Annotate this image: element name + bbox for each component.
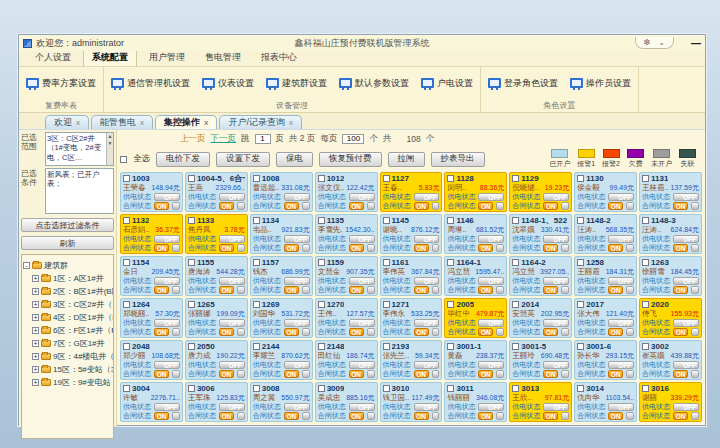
card-checkbox[interactable] <box>188 175 195 182</box>
gate-status-toggle[interactable] <box>432 412 440 420</box>
gate-status-toggle[interactable] <box>367 286 375 294</box>
select-all-checkbox[interactable] <box>120 156 127 163</box>
supply-status-toggle[interactable]: OFF <box>673 235 699 243</box>
gate-status-toggle[interactable] <box>302 328 310 336</box>
tab-close-icon[interactable]: x <box>289 118 293 127</box>
toolbar-button-5[interactable]: 拉闸 <box>388 152 425 167</box>
card-checkbox[interactable] <box>447 385 454 392</box>
supply-status-toggle[interactable]: OFF <box>349 319 375 327</box>
supply-status-toggle[interactable]: OFF <box>219 235 245 243</box>
gate-status-toggle[interactable] <box>367 370 375 378</box>
gate-on-button[interactable]: ON <box>673 370 688 378</box>
gate-status-toggle[interactable] <box>237 370 245 378</box>
gate-status-toggle[interactable] <box>691 244 699 252</box>
gate-on-button[interactable]: ON <box>219 244 234 252</box>
gate-status-toggle[interactable] <box>691 286 699 294</box>
gate-status-toggle[interactable] <box>432 202 440 210</box>
gate-on-button[interactable]: ON <box>543 412 558 420</box>
expand-icon[interactable]: + <box>32 288 39 295</box>
gate-on-button[interactable]: ON <box>673 286 688 294</box>
card-checkbox[interactable] <box>512 301 519 308</box>
gate-on-button[interactable]: ON <box>478 370 493 378</box>
expand-icon[interactable]: + <box>32 314 39 321</box>
card-checkbox[interactable] <box>512 217 519 224</box>
card-checkbox[interactable] <box>318 301 325 308</box>
gate-on-button[interactable]: ON <box>543 328 558 336</box>
gate-status-toggle[interactable] <box>561 286 569 294</box>
supply-status-toggle[interactable]: OFF <box>284 319 310 327</box>
card-checkbox[interactable] <box>383 385 390 392</box>
card-checkbox[interactable] <box>318 343 325 350</box>
gate-status-toggle[interactable] <box>172 370 180 378</box>
gate-on-button[interactable]: ON <box>154 286 169 294</box>
gate-status-toggle[interactable] <box>496 412 504 420</box>
supply-status-toggle[interactable]: OFF <box>349 361 375 369</box>
supply-status-toggle[interactable]: OFF <box>608 193 634 201</box>
supply-status-toggle[interactable]: OFF <box>284 277 310 285</box>
gate-status-toggle[interactable] <box>432 244 440 252</box>
tree-root[interactable]: -建筑群 <box>23 260 112 271</box>
gate-on-button[interactable]: ON <box>349 370 364 378</box>
tab-1[interactable]: 欢迎x <box>45 115 89 129</box>
card-checkbox[interactable] <box>188 217 195 224</box>
tab-3[interactable]: 集控操作x <box>155 115 217 129</box>
card-checkbox[interactable] <box>577 259 584 266</box>
gate-status-toggle[interactable] <box>172 286 180 294</box>
gate-status-toggle[interactable] <box>626 370 634 378</box>
gate-on-button[interactable]: ON <box>543 202 558 210</box>
menu-item-5[interactable]: 报表中心 <box>253 49 305 66</box>
gate-on-button[interactable]: ON <box>414 328 429 336</box>
ribbon-button-2-4[interactable]: 默认参数设置 <box>336 75 412 92</box>
card-checkbox[interactable] <box>447 343 454 350</box>
selected-range-listbox[interactable]: 3区：C区2#井 （1#变电，2#变电，C区… ▲▼ <box>45 132 114 166</box>
gate-status-toggle[interactable] <box>302 202 310 210</box>
supply-status-toggle[interactable]: OFF <box>414 235 440 243</box>
card-checkbox[interactable] <box>577 301 584 308</box>
supply-status-toggle[interactable]: OFF <box>284 235 310 243</box>
refresh-button[interactable]: 刷新 <box>21 236 114 250</box>
supply-status-toggle[interactable]: OFF <box>284 403 310 411</box>
card-checkbox[interactable] <box>642 259 649 266</box>
gate-on-button[interactable]: ON <box>349 202 364 210</box>
supply-status-toggle[interactable]: OFF <box>608 403 634 411</box>
supply-status-toggle[interactable]: OFF <box>154 277 180 285</box>
gate-on-button[interactable]: ON <box>414 412 429 420</box>
supply-status-toggle[interactable]: OFF <box>219 193 245 201</box>
gate-on-button[interactable]: ON <box>219 328 234 336</box>
gate-on-button[interactable]: ON <box>414 286 429 294</box>
gate-on-button[interactable]: ON <box>284 202 299 210</box>
card-checkbox[interactable] <box>318 385 325 392</box>
supply-status-toggle[interactable]: OFF <box>414 193 440 201</box>
gate-on-button[interactable]: ON <box>219 286 234 294</box>
gate-status-toggle[interactable] <box>496 328 504 336</box>
card-checkbox[interactable] <box>318 259 325 266</box>
collapse-icon[interactable]: - <box>23 262 30 269</box>
supply-status-toggle[interactable]: OFF <box>543 319 569 327</box>
gate-on-button[interactable]: ON <box>284 370 299 378</box>
card-checkbox[interactable] <box>512 385 519 392</box>
gate-status-toggle[interactable] <box>561 202 569 210</box>
tree-item-7[interactable]: +9区：4#楼电井（4#楼… <box>23 351 112 362</box>
card-checkbox[interactable] <box>253 217 260 224</box>
supply-status-toggle[interactable]: OFF <box>478 193 504 201</box>
card-checkbox[interactable] <box>383 217 390 224</box>
supply-status-toggle[interactable]: OFF <box>478 403 504 411</box>
supply-status-toggle[interactable]: OFF <box>414 403 440 411</box>
card-checkbox[interactable] <box>253 259 260 266</box>
gate-status-toggle[interactable] <box>561 328 569 336</box>
gate-on-button[interactable]: ON <box>608 328 623 336</box>
card-checkbox[interactable] <box>123 217 130 224</box>
gate-status-toggle[interactable] <box>691 370 699 378</box>
card-checkbox[interactable] <box>253 343 260 350</box>
gate-on-button[interactable]: ON <box>673 328 688 336</box>
supply-status-toggle[interactable]: OFF <box>154 403 180 411</box>
tab-4[interactable]: 开户/记录查询x <box>219 115 302 129</box>
supply-status-toggle[interactable]: OFF <box>414 277 440 285</box>
supply-status-toggle[interactable]: OFF <box>543 403 569 411</box>
expand-icon[interactable]: + <box>32 379 39 386</box>
gate-status-toggle[interactable] <box>302 370 310 378</box>
card-checkbox[interactable] <box>123 385 130 392</box>
gate-status-toggle[interactable] <box>626 244 634 252</box>
ribbon-button-2-3[interactable]: 建筑群设置 <box>263 75 330 92</box>
supply-status-toggle[interactable]: OFF <box>219 277 245 285</box>
